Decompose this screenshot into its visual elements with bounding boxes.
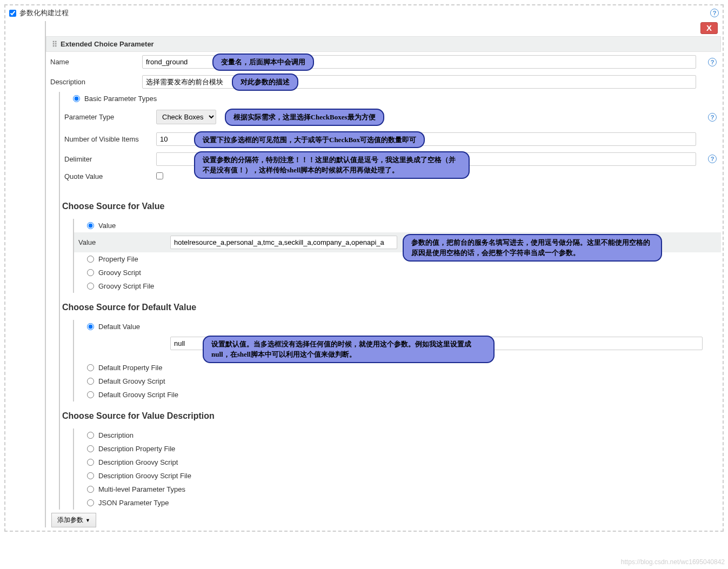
default-property-file-radio[interactable]: [87, 364, 94, 371]
source-default-title: Choose Source for Default Value: [60, 293, 721, 320]
delimiter-label: Delimiter: [60, 149, 152, 169]
drag-icon[interactable]: ⠿: [52, 42, 57, 47]
property-file-label: Property File: [98, 255, 138, 263]
multi-level-label: Multi-level Parameter Types: [98, 485, 185, 493]
groovy-script-file-radio[interactable]: [87, 283, 94, 290]
value-radio[interactable]: [87, 222, 94, 229]
basic-param-types-radio[interactable]: [73, 95, 80, 102]
source-desc-title: Choose Source for Value Description: [60, 401, 721, 429]
description-input[interactable]: [142, 75, 696, 89]
default-groovy-script-file-radio[interactable]: [87, 391, 94, 398]
section-header: ⠿ Extended Choice Parameter: [46, 36, 721, 52]
value-input[interactable]: [170, 236, 397, 249]
add-parameter-button[interactable]: 添加参数▼: [51, 513, 96, 527]
desc-radio-label: Description: [98, 431, 133, 439]
quote-value-checkbox[interactable]: [156, 172, 163, 179]
groovy-script-radio[interactable]: [87, 269, 94, 276]
parametrized-build-checkbox[interactable]: [9, 10, 16, 17]
param-type-select[interactable]: Check Boxes: [156, 110, 216, 124]
description-label: Description: [46, 72, 138, 92]
default-groovy-script-label: Default Groovy Script: [98, 377, 165, 385]
multi-level-radio[interactable]: [87, 486, 94, 493]
default-value-radio[interactable]: [87, 323, 94, 330]
value-input-label: Value: [74, 232, 166, 252]
help-icon[interactable]: ?: [708, 155, 717, 163]
desc-groovy-script-label: Description Groovy Script: [98, 458, 178, 466]
desc-property-file-radio[interactable]: [87, 445, 94, 452]
visible-items-label: Number of Visible Items: [60, 129, 152, 149]
json-param-label: JSON Parameter Type: [98, 499, 169, 507]
visible-items-annotation: 设置下拉多选框的可见范围，大于或等于CheckBox可选值的数量即可: [194, 131, 425, 149]
source-value-title: Choose Source for Value: [60, 192, 721, 219]
desc-property-file-label: Description Property File: [98, 445, 175, 453]
desc-groovy-script-radio[interactable]: [87, 459, 94, 466]
property-file-radio[interactable]: [87, 256, 94, 263]
json-param-radio[interactable]: [87, 499, 94, 506]
param-type-label: Parameter Type: [60, 105, 152, 129]
default-value-annotation: 设置默认值。当多选框没有选择任何值的时候，就使用这个参数。例如我这里设置成nul…: [203, 336, 495, 363]
parametrized-build-label: 参数化构建过程: [19, 8, 69, 18]
basic-param-types-label: Basic Parameter Types: [84, 95, 157, 103]
desc-groovy-script-file-radio[interactable]: [87, 472, 94, 479]
name-annotation: 变量名，后面脚本中会调用: [212, 53, 314, 71]
param-type-annotation: 根据实际需求，这里选择CheckBoxes最为方便: [225, 109, 384, 126]
groovy-script-file-label: Groovy Script File: [98, 282, 154, 290]
default-value-radio-label: Default Value: [98, 323, 140, 331]
quote-value-label: Quote Value: [60, 169, 152, 192]
help-icon[interactable]: ?: [708, 113, 717, 122]
description-annotation: 对此参数的描述: [232, 73, 298, 91]
name-label: Name: [46, 52, 138, 72]
default-groovy-script-radio[interactable]: [87, 378, 94, 385]
section-title: Extended Choice Parameter: [61, 40, 154, 48]
desc-radio[interactable]: [87, 432, 94, 439]
desc-groovy-script-file-label: Description Groovy Script File: [98, 472, 191, 480]
help-icon[interactable]: ?: [708, 58, 717, 66]
default-groovy-script-file-label: Default Groovy Script File: [98, 391, 178, 399]
default-property-file-label: Default Property File: [98, 364, 163, 372]
groovy-script-label: Groovy Script: [98, 269, 141, 277]
chevron-down-icon: ▼: [85, 518, 90, 523]
help-icon[interactable]: ?: [710, 9, 719, 17]
delete-button[interactable]: X: [700, 22, 718, 34]
value-radio-label: Value: [98, 222, 116, 230]
config-panel: 参数化构建过程 ? X ⠿ Extended Choice Parameter …: [4, 4, 724, 532]
value-annotation: 参数的值，把前台的服务名填写进去，使用逗号做分隔。这里不能使用空格的原因是使用空…: [403, 234, 662, 262]
delimiter-annotation: 设置参数的分隔符，特别注意！！！这里的默认值是逗号，我这里换成了空格（并不是没有…: [194, 151, 470, 179]
